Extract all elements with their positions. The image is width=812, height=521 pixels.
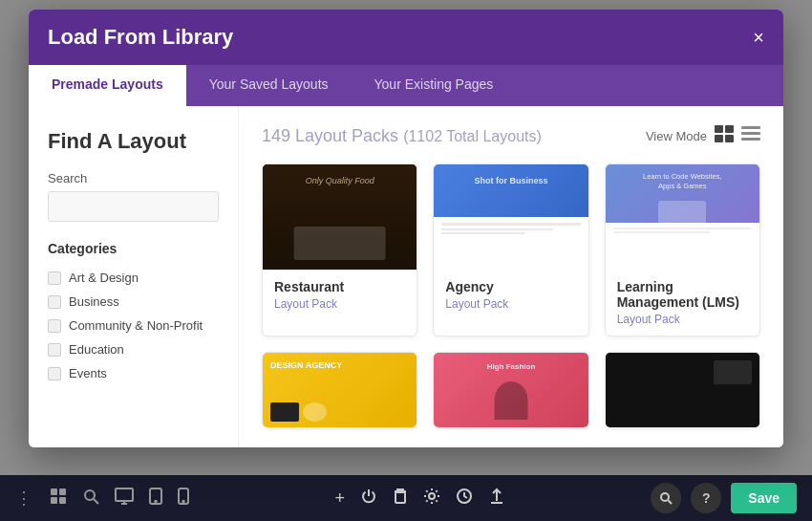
bottom-center-icons: + bbox=[334, 488, 505, 509]
view-mode: View Mode bbox=[646, 125, 760, 146]
category-events[interactable]: Events bbox=[48, 361, 219, 385]
svg-rect-23 bbox=[725, 135, 734, 142]
svg-rect-20 bbox=[715, 125, 723, 133]
card-type-agency: Layout Pack bbox=[445, 297, 576, 311]
svg-rect-21 bbox=[725, 125, 734, 133]
card-name-agency: Agency bbox=[445, 279, 576, 294]
card-thumb-dark bbox=[606, 353, 759, 428]
card-name-restaurant: Restaurant bbox=[274, 279, 405, 294]
tab-premade[interactable]: Premade Layouts bbox=[29, 65, 186, 106]
svg-rect-3 bbox=[59, 497, 66, 504]
card-info-lms: Learning Management (LMS) Layout Pack bbox=[606, 270, 759, 336]
help-button[interactable]: ? bbox=[691, 483, 721, 513]
modal: Load From Library × Premade Layouts Your… bbox=[29, 10, 783, 447]
search-label: Search bbox=[48, 171, 219, 185]
bottom-left-icons: ⋮ bbox=[15, 488, 189, 509]
bottom-right: ? Save bbox=[651, 483, 797, 513]
svg-line-5 bbox=[94, 499, 98, 504]
close-button[interactable]: × bbox=[753, 28, 764, 47]
layout-grid: Only Quality Food Restaurant Layout Pack bbox=[262, 163, 760, 428]
card-thumb-fashion: High Fashion bbox=[434, 353, 588, 428]
svg-rect-1 bbox=[59, 488, 66, 495]
layout-card-agency[interactable]: Shot for Business Agency Layout Pack bbox=[433, 163, 588, 336]
svg-point-18 bbox=[661, 493, 669, 501]
category-education-label: Education bbox=[69, 342, 124, 357]
card-thumb-design-agency: DESIGN AGENCY bbox=[263, 353, 417, 428]
layout-count: 149 Layout Packs (1102 Total Layouts) bbox=[262, 126, 542, 146]
category-education[interactable]: Education bbox=[48, 337, 219, 361]
sidebar: Find A Layout Search Categories Art & De… bbox=[29, 106, 239, 447]
grid-view-icon[interactable] bbox=[715, 125, 734, 146]
layout-card-dark[interactable] bbox=[605, 352, 760, 428]
search-button[interactable] bbox=[651, 483, 681, 513]
category-events-checkbox[interactable] bbox=[48, 367, 61, 380]
svg-rect-2 bbox=[51, 497, 57, 504]
save-button[interactable]: Save bbox=[731, 483, 797, 513]
content-header: 149 Layout Packs (1102 Total Layouts) Vi… bbox=[262, 125, 760, 146]
upload-icon[interactable] bbox=[488, 488, 505, 509]
main-content: 149 Layout Packs (1102 Total Layouts) Vi… bbox=[239, 106, 783, 447]
layout-card-design-agency[interactable]: DESIGN AGENCY bbox=[262, 352, 417, 428]
modal-header: Load From Library × bbox=[29, 10, 783, 65]
category-art-design[interactable]: Art & Design bbox=[48, 266, 219, 290]
search-icon[interactable] bbox=[82, 488, 99, 509]
category-business-checkbox[interactable] bbox=[48, 295, 61, 309]
card-thumb-restaurant: Only Quality Food bbox=[263, 164, 417, 270]
svg-rect-26 bbox=[741, 138, 760, 141]
search-input[interactable] bbox=[48, 191, 219, 222]
category-education-checkbox[interactable] bbox=[48, 343, 61, 357]
total-layouts-text: 1102 Total Layouts bbox=[408, 128, 536, 144]
add-icon[interactable]: + bbox=[334, 488, 345, 509]
history-icon[interactable] bbox=[456, 488, 473, 509]
category-art-design-label: Art & Design bbox=[69, 271, 139, 285]
categories-label: Categories bbox=[48, 241, 219, 256]
layout-card-restaurant[interactable]: Only Quality Food Restaurant Layout Pack bbox=[262, 163, 417, 336]
svg-rect-25 bbox=[741, 132, 760, 135]
card-type-lms: Layout Pack bbox=[617, 313, 748, 326]
card-name-lms: Learning Management (LMS) bbox=[617, 279, 748, 310]
card-info-restaurant: Restaurant Layout Pack bbox=[263, 270, 417, 320]
svg-point-14 bbox=[429, 493, 435, 499]
card-type-restaurant: Layout Pack bbox=[274, 297, 405, 311]
card-thumb-lms: Learn to Code Websites,Apps & Games bbox=[606, 164, 759, 270]
tablet-icon[interactable] bbox=[149, 488, 162, 509]
power-icon[interactable] bbox=[360, 488, 377, 509]
tab-existing[interactable]: Your Existing Pages bbox=[352, 65, 517, 106]
modal-overlay: Load From Library × Premade Layouts Your… bbox=[0, 0, 812, 475]
svg-rect-13 bbox=[395, 492, 405, 503]
svg-rect-22 bbox=[715, 135, 723, 142]
category-business-label: Business bbox=[69, 294, 119, 309]
category-business[interactable]: Business bbox=[48, 290, 219, 314]
settings-icon[interactable] bbox=[423, 488, 440, 509]
layout-card-lms[interactable]: Learn to Code Websites,Apps & Games Lear… bbox=[605, 163, 760, 336]
svg-point-4 bbox=[85, 490, 95, 500]
layout-packs-text: 149 Layout Packs bbox=[262, 126, 398, 145]
modal-body: Find A Layout Search Categories Art & De… bbox=[29, 106, 783, 447]
svg-rect-0 bbox=[51, 488, 57, 495]
category-community-checkbox[interactable] bbox=[48, 319, 61, 333]
view-mode-label: View Mode bbox=[646, 129, 707, 143]
svg-point-12 bbox=[182, 501, 184, 503]
svg-line-19 bbox=[669, 501, 673, 505]
layout-card-fashion[interactable]: High Fashion bbox=[433, 352, 588, 428]
dots-icon[interactable]: ⋮ bbox=[15, 488, 34, 509]
svg-rect-24 bbox=[741, 126, 760, 129]
svg-rect-6 bbox=[116, 488, 133, 501]
card-info-agency: Agency Layout Pack bbox=[434, 270, 588, 320]
sidebar-title: Find A Layout bbox=[48, 129, 219, 154]
monitor-icon[interactable] bbox=[115, 488, 134, 509]
tab-saved[interactable]: Your Saved Layouts bbox=[186, 65, 352, 106]
category-art-design-checkbox[interactable] bbox=[48, 271, 61, 285]
trash-icon[interactable] bbox=[393, 488, 408, 509]
card-thumb-agency: Shot for Business bbox=[434, 164, 588, 270]
category-community[interactable]: Community & Non-Profit bbox=[48, 314, 219, 337]
modal-tabs: Premade Layouts Your Saved Layouts Your … bbox=[29, 65, 783, 106]
category-events-label: Events bbox=[69, 366, 107, 380]
category-community-label: Community & Non-Profit bbox=[69, 318, 203, 333]
modal-title: Load From Library bbox=[48, 25, 233, 50]
bottom-toolbar: ⋮ + bbox=[0, 475, 812, 521]
svg-point-10 bbox=[155, 501, 157, 503]
list-view-icon[interactable] bbox=[741, 125, 760, 146]
phone-icon[interactable] bbox=[178, 488, 189, 509]
grid-icon[interactable] bbox=[50, 488, 67, 509]
